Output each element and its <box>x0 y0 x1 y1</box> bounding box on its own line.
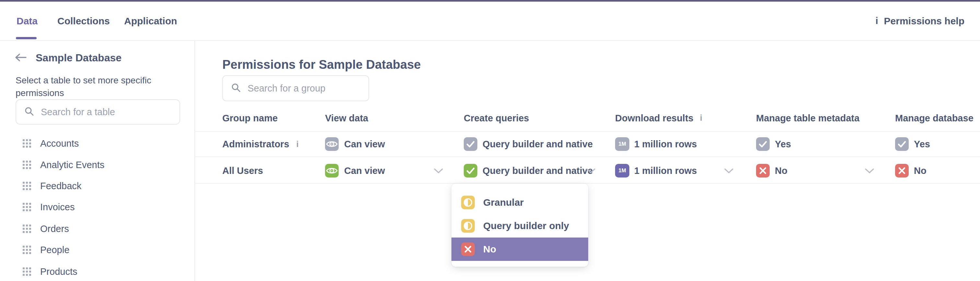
admin-top-nav: Data Collections Application i Permissio… <box>0 2 980 41</box>
x-icon[interactable] <box>895 164 909 177</box>
column-header-create-queries: Create queries <box>464 113 529 124</box>
sidebar-item-products[interactable]: Products <box>16 261 184 281</box>
chevron-down-icon[interactable] <box>586 168 596 175</box>
sidebar-item-label: Analytic Events <box>40 160 104 170</box>
column-header-view-data: View data <box>325 113 368 124</box>
table-icon <box>23 267 31 276</box>
menu-item-label: Granular <box>483 197 524 208</box>
create-queries-value[interactable]: Query builder and native <box>482 166 593 176</box>
table-icon <box>23 139 31 148</box>
view-data-value[interactable]: Can view <box>344 166 385 176</box>
tab-collections[interactable]: Collections <box>57 2 110 40</box>
check-icon[interactable] <box>895 137 909 151</box>
info-icon[interactable]: i <box>700 113 702 123</box>
group-name-all-users: All Users <box>222 166 263 176</box>
chevron-down-icon[interactable] <box>724 168 734 175</box>
chevron-down-icon[interactable] <box>434 168 443 175</box>
search-icon <box>24 106 34 118</box>
active-tab-indicator <box>16 37 37 39</box>
sidebar-item-label: Accounts <box>40 138 79 149</box>
table-search-box <box>16 99 180 125</box>
database-title: Sample Database <box>36 52 121 64</box>
contrast-icon <box>461 219 475 233</box>
check-icon[interactable] <box>756 137 770 151</box>
column-header-download-results: Download results i <box>615 113 702 124</box>
million-rows-icon[interactable]: 1M <box>615 164 629 177</box>
view-data-value[interactable]: Can view <box>344 139 385 150</box>
x-icon[interactable] <box>756 164 770 177</box>
sidebar-item-people[interactable]: People <box>16 239 184 260</box>
eye-icon[interactable] <box>325 164 339 177</box>
sidebar-item-label: Products <box>40 267 77 277</box>
table-icon <box>23 203 31 211</box>
info-icon[interactable]: i <box>296 139 299 149</box>
table-icon <box>23 246 31 254</box>
row-divider <box>195 156 980 157</box>
sidebar-item-label: Orders <box>40 224 69 234</box>
table-icon <box>23 225 31 233</box>
tab-application[interactable]: Application <box>124 2 177 40</box>
x-icon <box>461 243 475 256</box>
group-name-administrators: Administrators i <box>222 139 299 150</box>
sidebar-description: Select a table to set more specific perm… <box>16 74 156 99</box>
create-queries-value[interactable]: Query builder and native <box>482 139 593 150</box>
sidebar-item-invoices[interactable]: Invoices <box>16 196 184 217</box>
column-header-manage-database: Manage database <box>895 113 974 124</box>
search-icon <box>231 82 241 94</box>
group-search-box <box>222 75 369 101</box>
column-header-group-name: Group name <box>222 113 278 124</box>
group-search-input[interactable] <box>248 83 370 94</box>
manage-metadata-value[interactable]: No <box>775 166 788 176</box>
permissions-help-button[interactable]: i Permissions help <box>876 2 965 40</box>
check-icon[interactable] <box>464 137 477 151</box>
download-results-value[interactable]: 1 million rows <box>634 139 697 150</box>
menu-item-granular[interactable]: Granular <box>452 191 588 214</box>
row-divider <box>195 183 980 184</box>
manage-database-value[interactable]: No <box>914 166 926 176</box>
sidebar-item-orders[interactable]: Orders <box>16 219 184 239</box>
table-search-input[interactable] <box>41 107 180 117</box>
info-icon: i <box>876 16 878 26</box>
tab-data[interactable]: Data <box>16 2 38 40</box>
page-title: Permissions for Sample Database <box>222 58 421 72</box>
sidebar-item-feedback[interactable]: Feedback <box>16 176 184 196</box>
table-icon <box>23 161 31 169</box>
eye-icon[interactable] <box>325 137 339 151</box>
manage-database-value[interactable]: Yes <box>914 139 930 150</box>
permissions-help-label: Permissions help <box>884 16 964 27</box>
chevron-down-icon[interactable] <box>865 168 874 175</box>
manage-metadata-value[interactable]: Yes <box>775 139 791 150</box>
download-results-value[interactable]: 1 million rows <box>634 166 697 176</box>
menu-item-no[interactable]: No <box>452 238 588 261</box>
create-queries-dropdown-menu: Granular Query builder only No <box>452 184 588 267</box>
sidebar-item-analytic-events[interactable]: Analytic Events <box>16 155 184 175</box>
menu-item-label: No <box>483 244 496 255</box>
row-divider <box>195 131 980 132</box>
column-header-manage-table-metadata: Manage table metadata <box>756 113 859 124</box>
back-arrow-icon <box>14 53 27 63</box>
million-rows-icon[interactable]: 1M <box>615 137 629 151</box>
sidebar-divider <box>194 41 195 281</box>
sidebar-item-label: Invoices <box>40 202 75 212</box>
menu-item-query-builder-only[interactable]: Query builder only <box>452 214 588 238</box>
check-icon[interactable] <box>464 164 477 177</box>
table-icon <box>23 182 31 190</box>
contrast-icon <box>461 196 475 209</box>
sidebar-item-label: Feedback <box>40 181 81 192</box>
sidebar-item-accounts[interactable]: Accounts <box>16 133 184 154</box>
sidebar-item-label: People <box>40 245 69 255</box>
menu-item-label: Query builder only <box>483 220 569 232</box>
back-to-databases[interactable]: Sample Database <box>14 52 121 64</box>
